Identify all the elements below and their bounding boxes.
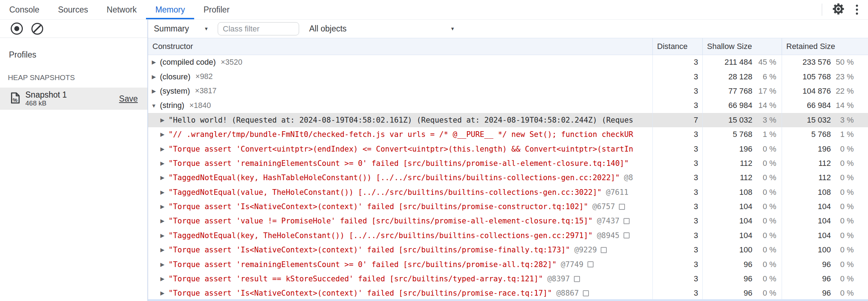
cell-constructor: ▶ "Torque assert 'value != PromiseHole' … bbox=[148, 214, 652, 228]
shallow-pct: 0 % bbox=[752, 216, 776, 226]
perspective-select[interactable]: Summary ▼ bbox=[150, 20, 213, 38]
preview-box-icon bbox=[624, 232, 630, 238]
retained-pct: 50 % bbox=[831, 58, 854, 67]
table-row[interactable]: ▼ (string) ×1840 3 66 98414 % 66 98414 % bbox=[148, 98, 868, 113]
table-row[interactable]: ▶ "// .wrangler/tmp/bundle-FmNIt0/checke… bbox=[148, 127, 868, 142]
expand-arrow-icon[interactable]: ▶ bbox=[158, 290, 166, 296]
table-row[interactable]: ▶ "TaggedNotEqual(key, HashTableHoleCons… bbox=[148, 171, 868, 185]
shallow-pct: 0 % bbox=[752, 188, 776, 197]
clear-icon[interactable] bbox=[31, 23, 43, 35]
tabbar-actions bbox=[822, 0, 868, 19]
shallow-value: 28 128 bbox=[703, 72, 752, 82]
column-header-retained-size[interactable]: Retained Size bbox=[782, 38, 868, 55]
table-row[interactable]: ▶ "Torque assert 'Is<NativeContext>(cont… bbox=[148, 286, 868, 300]
object-id: @8397 bbox=[547, 275, 570, 283]
column-header-shallow-size[interactable]: Shallow Size bbox=[702, 38, 782, 55]
class-filter-input[interactable] bbox=[218, 22, 299, 35]
snapshot-size: 468 kB bbox=[25, 99, 67, 107]
shallow-value: 104 bbox=[703, 216, 752, 226]
constructor-name: "// .wrangler/tmp/bundle-FmNIt0/checked-… bbox=[168, 130, 633, 139]
constructor-name: "TaggedNotEqual(value, TheHoleConstant()… bbox=[168, 188, 602, 197]
table-row[interactable]: ▶ (closure) ×982 3 28 1286 % 105 76823 % bbox=[148, 69, 868, 84]
cell-shallow: 15 0323 % bbox=[702, 113, 782, 127]
cell-shallow: 1120 % bbox=[702, 156, 782, 171]
cell-constructor: ▶ "Torque assert 'remainingElementsCount… bbox=[148, 156, 652, 171]
expand-arrow-icon[interactable]: ▶ bbox=[158, 131, 166, 138]
column-header-constructor[interactable]: Constructor bbox=[148, 38, 652, 55]
more-kebab-icon[interactable] bbox=[854, 3, 859, 16]
expand-arrow-icon[interactable]: ▶ bbox=[158, 160, 166, 167]
column-header-distance[interactable]: Distance bbox=[652, 38, 702, 55]
cell-shallow: 1040 % bbox=[702, 199, 782, 214]
cell-retained: 960 % bbox=[782, 272, 868, 286]
shallow-pct: 1 % bbox=[752, 130, 776, 139]
table-row[interactable]: ▶ (compiled code) ×3520 3 211 48445 % 23… bbox=[148, 55, 868, 69]
shallow-pct: 0 % bbox=[752, 274, 776, 283]
object-id: @6757 bbox=[592, 202, 615, 211]
expand-arrow-icon[interactable]: ▶ bbox=[158, 117, 166, 123]
cell-retained: 1040 % bbox=[782, 228, 868, 243]
table-row[interactable]: ▶ "Torque assert 'value != PromiseHole' … bbox=[148, 214, 868, 228]
expand-arrow-icon[interactable]: ▶ bbox=[158, 232, 166, 239]
constructor-name: "Torque assert 'remainingElementsCount >… bbox=[168, 260, 556, 269]
expand-arrow-icon[interactable]: ▶ bbox=[158, 247, 166, 253]
svg-text:%: % bbox=[13, 97, 17, 103]
shallow-value: 96 bbox=[703, 274, 752, 283]
object-id: @8867 bbox=[556, 289, 579, 297]
tab-memory[interactable]: Memory bbox=[146, 0, 194, 19]
constructor-name: "Torque assert 'value != PromiseHole' fa… bbox=[168, 217, 592, 225]
cell-constructor: ▶ "Torque assert 'Is<NativeContext>(cont… bbox=[148, 286, 652, 300]
cell-constructor: ▶ "TaggedNotEqual(key, HashTableHoleCons… bbox=[148, 171, 652, 185]
tab-label: Profiler bbox=[203, 5, 229, 15]
cell-constructor: ▶ "Torque assert 'Is<NativeContext>(cont… bbox=[148, 243, 652, 257]
expand-arrow-icon[interactable]: ▶ bbox=[158, 218, 166, 224]
cell-constructor: ▶ "TaggedNotEqual(key, TheHoleConstant()… bbox=[148, 228, 652, 243]
table-row[interactable]: ▶ "Torque assert 'Is<NativeContext>(cont… bbox=[148, 243, 868, 257]
expand-arrow-icon[interactable]: ▶ bbox=[158, 276, 166, 282]
record-icon[interactable] bbox=[11, 23, 23, 35]
cell-retained: 1120 % bbox=[782, 156, 868, 171]
shallow-value: 104 bbox=[703, 231, 752, 240]
tab-profiler[interactable]: Profiler bbox=[194, 0, 239, 19]
cell-constructor: ▶ "// .wrangler/tmp/bundle-FmNIt0/checke… bbox=[148, 127, 652, 142]
tab-console[interactable]: Console bbox=[0, 0, 49, 19]
expand-arrow-icon[interactable]: ▶ bbox=[158, 189, 166, 196]
expand-arrow-icon[interactable]: ▶ bbox=[150, 88, 158, 94]
cell-distance: 3 bbox=[652, 185, 702, 199]
shallow-value: 100 bbox=[703, 245, 752, 255]
table-row[interactable]: ▶ "Torque assert 'Convert<uintptr>(endIn… bbox=[148, 142, 868, 156]
cell-distance: 3 bbox=[652, 55, 702, 69]
table-row[interactable]: ▶ "Torque assert 'remainingElementsCount… bbox=[148, 156, 868, 171]
cell-constructor: ▶ "Torque assert 'Convert<uintptr>(endIn… bbox=[148, 142, 652, 156]
expand-arrow-icon[interactable]: ▶ bbox=[158, 146, 166, 152]
cell-shallow: 1040 % bbox=[702, 214, 782, 228]
retained-pct: 0 % bbox=[831, 216, 854, 226]
tab-network[interactable]: Network bbox=[97, 0, 146, 19]
table-row[interactable]: ▶ "TaggedNotEqual(key, TheHoleConstant()… bbox=[148, 228, 868, 243]
settings-gear-icon[interactable] bbox=[832, 3, 844, 16]
retained-pct: 14 % bbox=[831, 101, 854, 110]
cell-constructor: ▶ "Torque assert 'remainingElementsCount… bbox=[148, 257, 652, 271]
expand-arrow-icon[interactable]: ▶ bbox=[150, 74, 158, 80]
table-row[interactable]: ▶ "TaggedNotEqual(value, TheHoleConstant… bbox=[148, 185, 868, 199]
cell-shallow: 1080 % bbox=[702, 185, 782, 199]
table-row[interactable]: ▶ "Hello world! (Requested at: 2024-08-1… bbox=[148, 113, 868, 127]
table-row[interactable]: ▶ (system) ×3817 3 77 76817 % 104 87622 … bbox=[148, 84, 868, 98]
save-snapshot-link[interactable]: Save bbox=[119, 94, 138, 104]
table-row[interactable]: ▶ "Torque assert 'remainingElementsCount… bbox=[148, 257, 868, 271]
tab-sources[interactable]: Sources bbox=[49, 0, 97, 19]
cell-distance: 7 bbox=[652, 113, 702, 127]
table-row[interactable]: ▶ "Torque assert 'result == kStoreSucced… bbox=[148, 272, 868, 286]
expand-arrow-icon[interactable]: ▶ bbox=[158, 261, 166, 268]
table-row[interactable]: ▶ "Torque assert 'Is<NativeContext>(cont… bbox=[148, 199, 868, 214]
expand-arrow-icon[interactable]: ▼ bbox=[150, 103, 158, 109]
cell-retained: 1040 % bbox=[782, 214, 868, 228]
expand-arrow-icon[interactable]: ▶ bbox=[158, 174, 166, 181]
objects-select[interactable]: All objects ▼ bbox=[305, 20, 459, 38]
shallow-value: 96 bbox=[703, 288, 752, 298]
shallow-value: 112 bbox=[703, 173, 752, 182]
expand-arrow-icon[interactable]: ▶ bbox=[150, 59, 158, 65]
expand-arrow-icon[interactable]: ▶ bbox=[158, 203, 166, 210]
snapshot-list-item[interactable]: % Snapshot 1 468 kB Save bbox=[0, 88, 147, 110]
instance-count: ×3520 bbox=[221, 58, 242, 67]
